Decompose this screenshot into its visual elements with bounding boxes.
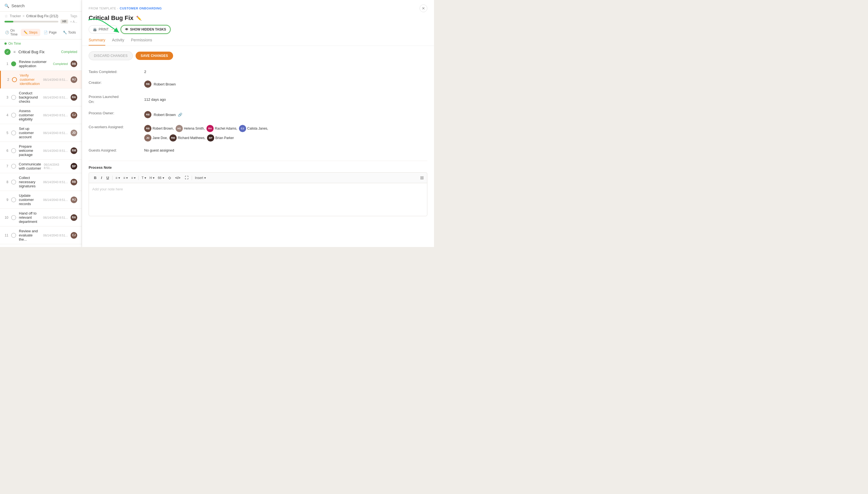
list-item[interactable]: 2 Verify customer identification 06/14/2…: [0, 71, 82, 89]
tab-steps[interactable]: ✏️ Steps: [21, 29, 40, 36]
task-date: 06/14/2043 8:51...: [43, 78, 68, 81]
coworker-chip: BP Brian Parker: [207, 134, 234, 141]
editor-close-button[interactable]: ⊠: [420, 175, 424, 180]
hr-tag[interactable]: HR: [60, 19, 68, 24]
tab-activity[interactable]: Activity: [112, 38, 124, 45]
process-launched-label: Process LaunchedOn:: [89, 91, 144, 107]
star-icon[interactable]: ☆: [4, 14, 8, 18]
task-date: 06/14/2043 8:51...: [43, 114, 68, 117]
task-number: 5: [4, 131, 8, 135]
from-template-row: FROM TEMPLATE - CUSTOMER ONBOARDING ✕: [89, 4, 427, 12]
avatar: JD: [144, 134, 151, 141]
avatar: HJ: [71, 76, 77, 83]
right-panel: FROM TEMPLATE - CUSTOMER ONBOARDING ✕ Cr…: [82, 0, 434, 247]
close-button[interactable]: ✕: [419, 4, 427, 12]
avatar: JD: [71, 130, 77, 136]
edit-owner-icon[interactable]: 🔗: [178, 113, 182, 117]
avatar: RM: [71, 147, 77, 154]
tab-page[interactable]: 📄 Page: [41, 29, 59, 36]
bold-button[interactable]: B: [92, 175, 98, 181]
tab-summary[interactable]: Summary: [89, 38, 105, 45]
list-item[interactable]: 4 Assess customer eligibility 06/14/2043…: [0, 106, 82, 124]
edit-title-icon[interactable]: ✏️: [136, 16, 142, 21]
list-item[interactable]: 10 Hand off to relevant department 06/14…: [0, 209, 82, 226]
tabs-row: Summary Activity Permissions: [89, 38, 427, 45]
search-label: Search: [12, 3, 25, 8]
avatar: CJ: [71, 232, 77, 239]
list-item[interactable]: 7 Communicate with customer 06/14/2043 8…: [0, 159, 82, 173]
page-icon: 📄: [43, 31, 48, 34]
code-button[interactable]: </>: [174, 175, 182, 181]
task-circle: [12, 77, 17, 82]
fullscreen-button[interactable]: ⛶: [183, 175, 190, 181]
tab-on-time[interactable]: 🕐 On Time: [2, 27, 20, 38]
task-number: 6: [4, 149, 8, 153]
coworkers-label: Co-workers Assigned:: [89, 121, 144, 132]
process-owner-avatar: RB: [144, 111, 151, 118]
list-item[interactable]: 9 Update customer records 06/14/2043 8:5…: [0, 191, 82, 209]
tab-permissions-label: Permissions: [131, 38, 152, 42]
tab-permissions[interactable]: Permissions: [131, 38, 152, 45]
add-tag[interactable]: + A...: [70, 20, 77, 23]
task-name: Conduct background checks: [19, 91, 40, 103]
list-item[interactable]: 8 Collect necessary signatures 06/14/204…: [0, 173, 82, 191]
insert-dropdown[interactable]: Insert ▾: [194, 175, 207, 181]
process-launched-value: 112 days ago: [144, 91, 427, 107]
right-body: DISCARD CHANGES SAVE CHANGES Tasks Compl…: [82, 46, 434, 247]
list2-dropdown[interactable]: ≡ ▾: [130, 175, 137, 181]
template-link[interactable]: CUSTOMER ONBOARDING: [120, 7, 162, 10]
tools-icon: 🔧: [63, 31, 67, 34]
progress-fill: [4, 21, 13, 22]
show-hidden-tasks-button[interactable]: 👁 SHOW HIDDEN TASKS: [121, 25, 170, 34]
heading-dropdown[interactable]: H ▾: [148, 175, 156, 181]
process-note-label: Process Note: [89, 166, 427, 170]
tab-tools[interactable]: 🔧 Tools: [60, 29, 79, 36]
coworker-chip: JD Jane Doe,: [144, 134, 168, 141]
avatar: RA: [206, 125, 214, 132]
task-name: Hand off to relevant department: [19, 211, 40, 224]
list-item[interactable]: 6 Prepare welcome package 06/14/2043 8:5…: [0, 142, 82, 159]
list-item[interactable]: 5 Set up customer account 06/14/2043 8:5…: [0, 124, 82, 142]
creator-name: Robert Brown: [153, 82, 176, 86]
tab-settings[interactable]: ⚙️ Settings: [79, 29, 82, 36]
list-dropdown[interactable]: ≡ ▾: [122, 175, 129, 181]
process-owner-label: Process Owner:: [89, 107, 144, 118]
task-number: 2: [5, 78, 9, 81]
avatar: HS: [176, 125, 183, 132]
list-item[interactable]: 1 Review customer application Completed …: [0, 57, 82, 71]
task-circle: [11, 215, 16, 220]
tab-activity-label: Activity: [112, 38, 124, 42]
creator-value: RB Robert Brown: [144, 77, 427, 91]
task-number: 8: [4, 180, 8, 184]
task-header: ✓ ≡ Critical Bug Fix Completed: [0, 46, 82, 57]
align-dropdown[interactable]: ≡ ▾: [114, 175, 121, 181]
avatar: RA: [71, 214, 77, 221]
underline-button[interactable]: U: [105, 175, 111, 181]
search-bar[interactable]: 🔍 Search: [0, 0, 82, 12]
discard-save-row: DISCARD CHANGES SAVE CHANGES: [89, 51, 427, 60]
task-list: 1 Review customer application Completed …: [0, 57, 82, 247]
task-name: Review customer application: [19, 60, 50, 68]
process-owner-name: Robert Brown: [153, 113, 176, 117]
discard-changes-button[interactable]: DISCARD CHANGES: [89, 51, 133, 60]
list-item[interactable]: 11 Review and evaluate the... 06/14/2043…: [0, 226, 82, 244]
process-owner-value: RB Robert Brown 🔗: [144, 107, 427, 121]
avatar: BP: [207, 134, 214, 141]
list-item[interactable]: 3 Conduct background checks 06/14/2043 8…: [0, 89, 82, 106]
color-button[interactable]: ◇: [166, 175, 173, 181]
editor-body[interactable]: Add your note here: [89, 183, 427, 216]
steps-icon: ✏️: [24, 31, 28, 34]
italic-button[interactable]: I: [99, 175, 104, 181]
text-size-dropdown[interactable]: T ▾: [140, 175, 147, 181]
avatar: RM: [169, 134, 177, 141]
font-dropdown[interactable]: 66 ▾: [157, 175, 165, 181]
tab-steps-label: Steps: [29, 31, 37, 34]
save-changes-button[interactable]: SAVE CHANGES: [135, 52, 173, 60]
task-number: 9: [4, 198, 8, 202]
tab-on-time-label: On Time: [10, 28, 18, 36]
arrow-icon: →: [110, 27, 114, 31]
print-label: PRINT: [98, 27, 109, 31]
print-button[interactable]: 🖨️ PRINT →: [89, 25, 118, 34]
task-circle: [11, 130, 16, 135]
panel-title-row: Critical Bug Fix ✏️: [89, 15, 427, 22]
